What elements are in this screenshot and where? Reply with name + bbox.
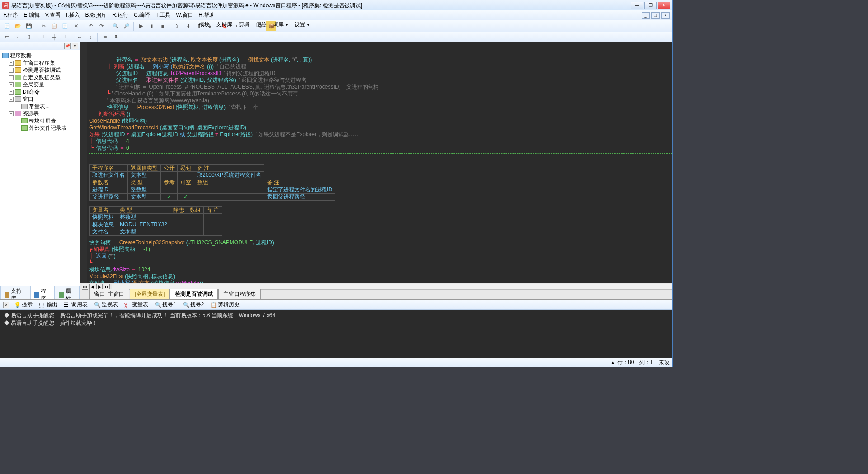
cut-button[interactable]: ✂ bbox=[38, 21, 48, 31]
tree-root[interactable]: 程序数据 bbox=[10, 52, 32, 60]
paste-button[interactable]: 📄 bbox=[60, 21, 70, 31]
sec-module[interactable]: 模块 bbox=[199, 21, 210, 28]
bptab-output[interactable]: ⬚输出 bbox=[37, 300, 59, 309]
property-icon bbox=[59, 292, 64, 298]
tree-const-table[interactable]: 常量表... bbox=[29, 103, 50, 110]
expand-toggle[interactable]: + bbox=[9, 68, 14, 73]
redo-button[interactable]: ↷ bbox=[96, 21, 106, 31]
mdi-minimize-button[interactable]: _ bbox=[642, 12, 650, 19]
extfile-icon bbox=[21, 125, 28, 131]
folder-icon bbox=[15, 67, 21, 73]
expand-toggle[interactable]: + bbox=[9, 90, 14, 95]
tree-custom-type[interactable]: 自定义数据类型 bbox=[23, 74, 61, 81]
sec-wordlib[interactable]: 词库 ▾ bbox=[273, 21, 288, 28]
format-toolbar: ▭ ▫ ▯ ⊤ ┼ ⊥ ↔ ↕ ⬌ ⬍ bbox=[0, 32, 672, 42]
bptab-search1[interactable]: 🔍搜寻1 bbox=[153, 300, 178, 309]
edtab-globalvar[interactable]: [全局变量表] bbox=[130, 289, 170, 299]
bottom-panel-tabs: × 💡提示 ⬚输出 ☰调用表 🔍监视表 χ变量表 🔍搜寻1 🔍搜寻2 📋剪辑历史 bbox=[0, 300, 672, 310]
dist-v-button[interactable]: ↕ bbox=[85, 32, 95, 42]
align-bottom-button[interactable]: ⊥ bbox=[60, 32, 70, 42]
variable-table[interactable]: 变量名类 型静态数组备 注 快照句柄整数型 模块信息MODULEENTRY32 … bbox=[89, 206, 222, 236]
expand-toggle[interactable]: - bbox=[9, 97, 14, 102]
menu-view[interactable]: V.查看 bbox=[45, 11, 61, 19]
edtab-detect-debug[interactable]: 检测是否被调试 bbox=[170, 289, 218, 299]
new-button[interactable]: 📄 bbox=[2, 21, 12, 31]
undo-button[interactable]: ↶ bbox=[85, 21, 95, 31]
output-icon: ⬚ bbox=[39, 302, 45, 308]
tree-modref[interactable]: 模块引用表 bbox=[29, 117, 56, 125]
edtab-mainwindow[interactable]: 窗口_主窗口 bbox=[89, 289, 129, 299]
menu-insert[interactable]: I.插入 bbox=[66, 11, 80, 19]
findnext-button[interactable]: 🔎 bbox=[122, 21, 132, 31]
bptab-calltable[interactable]: ☰调用表 bbox=[62, 300, 90, 309]
mdi-restore-button[interactable]: ❐ bbox=[651, 12, 660, 19]
align-left-button[interactable]: ▭ bbox=[2, 32, 12, 42]
expand-toggle[interactable]: + bbox=[9, 82, 14, 87]
pause-button[interactable]: ⏸ bbox=[147, 21, 157, 31]
bptab-search2[interactable]: 🔍搜寻2 bbox=[181, 300, 206, 309]
stop-button[interactable]: ■ bbox=[158, 21, 168, 31]
global-icon bbox=[15, 82, 21, 87]
output-panel[interactable]: ◆ 易语言助手提醒您：易语言助手加载完毕！，智能编译开启成功！ 当前易版本：5.… bbox=[0, 310, 672, 358]
expand-toggle[interactable]: + bbox=[9, 75, 14, 80]
expand-toggle[interactable]: + bbox=[9, 61, 14, 66]
sidebar-close-button[interactable]: × bbox=[72, 43, 78, 49]
maximize-button[interactable]: ❐ bbox=[644, 2, 657, 9]
bptab-cliphistory[interactable]: 📋剪辑历史 bbox=[208, 300, 241, 309]
same-w-button[interactable]: ⬌ bbox=[100, 32, 110, 42]
tree-window[interactable]: 窗口 bbox=[23, 95, 33, 103]
delete-button[interactable]: ✕ bbox=[71, 21, 81, 31]
tree-detect-debug[interactable]: 检测是否被调试 bbox=[23, 66, 61, 74]
find-button[interactable]: 🔍 bbox=[111, 21, 121, 31]
menu-run[interactable]: R.运行 bbox=[112, 11, 128, 19]
open-button[interactable]: 📂 bbox=[13, 21, 23, 31]
bottom-pin-button[interactable]: × bbox=[3, 302, 9, 308]
stepover-button[interactable]: ⤵ bbox=[172, 21, 182, 31]
tree-global-var[interactable]: 全局变量 bbox=[23, 81, 44, 89]
sec-clip[interactable]: 剪辑 bbox=[239, 21, 250, 28]
output-line: ◆ 易语言助手提醒您：插件加载完毕！ bbox=[4, 319, 669, 327]
tree-resource[interactable]: 资源表 bbox=[23, 110, 39, 118]
align-top-button[interactable]: ⊤ bbox=[38, 32, 48, 42]
sidebar-pin-button[interactable]: 📌 bbox=[64, 43, 71, 49]
align-center-button[interactable]: ▫ bbox=[13, 32, 23, 42]
menu-tools[interactable]: T.工具 bbox=[156, 11, 170, 19]
modref-icon bbox=[21, 118, 28, 123]
tree-extfile[interactable]: 外部文件记录表 bbox=[29, 124, 67, 132]
menu-database[interactable]: B.数据库 bbox=[85, 11, 107, 19]
code-editor[interactable]: 进程名 ＝ 取文本右边 (进程名, 取文本长度 (进程名) － 倒找文本 (进程… bbox=[80, 42, 672, 283]
window-title: 易语言(加密狗版) - G:\拷贝\替换\3------进阶教程源码----\易… bbox=[11, 2, 631, 9]
mdi-close-button[interactable]: × bbox=[661, 12, 670, 19]
copy-button[interactable]: 📋 bbox=[49, 21, 59, 31]
align-middle-button[interactable]: ┼ bbox=[49, 32, 59, 42]
run-button[interactable]: ▶ bbox=[136, 21, 146, 31]
menu-edit[interactable]: E.编辑 bbox=[24, 11, 39, 19]
sec-settings[interactable]: 设置 ▾ bbox=[294, 21, 309, 28]
menu-compile[interactable]: C.编译 bbox=[134, 11, 150, 19]
menu-window[interactable]: W.窗口 bbox=[176, 11, 193, 19]
expand-toggle[interactable]: + bbox=[9, 111, 14, 116]
tree-dll-cmd[interactable]: Dll命令 bbox=[23, 88, 40, 96]
subroutine-table[interactable]: 子程序名返回值类型公开易包备 注 取进程文件名文本型取2000/XP系统进程文件… bbox=[89, 164, 335, 201]
minimize-button[interactable]: — bbox=[631, 2, 643, 9]
save-button[interactable]: 💾 bbox=[24, 21, 34, 31]
bptab-hint[interactable]: 💡提示 bbox=[12, 300, 34, 309]
project-tree[interactable]: 程序数据 +主窗口程序集 +检测是否被调试 +自定义数据类型 +全局变量 +Dl… bbox=[0, 50, 80, 290]
menu-program[interactable]: F.程序 bbox=[3, 11, 18, 19]
align-right-button[interactable]: ▯ bbox=[24, 32, 34, 42]
window-icon bbox=[15, 96, 21, 102]
stepinto-button[interactable]: ⬇ bbox=[183, 21, 193, 31]
resource-icon bbox=[15, 111, 21, 116]
bptab-watch[interactable]: 🔍监视表 bbox=[92, 300, 120, 309]
tree-main-procset[interactable]: 主窗口程序集 bbox=[23, 59, 55, 67]
clip-icon: 📋 bbox=[210, 302, 217, 308]
close-button[interactable]: ✕ bbox=[658, 2, 670, 9]
menu-help[interactable]: H.帮助 bbox=[198, 11, 215, 19]
edtab-main-procset[interactable]: 主窗口程序集 bbox=[218, 289, 261, 299]
same-h-button[interactable]: ⬍ bbox=[111, 32, 121, 42]
dist-h-button[interactable]: ↔ bbox=[75, 32, 85, 42]
sec-note[interactable]: 便签 bbox=[256, 21, 267, 28]
sec-supportlib[interactable]: 支持库 bbox=[216, 21, 232, 28]
scroll-first-button[interactable]: ⏮ bbox=[82, 284, 88, 290]
bptab-vartable[interactable]: χ变量表 bbox=[123, 300, 150, 309]
